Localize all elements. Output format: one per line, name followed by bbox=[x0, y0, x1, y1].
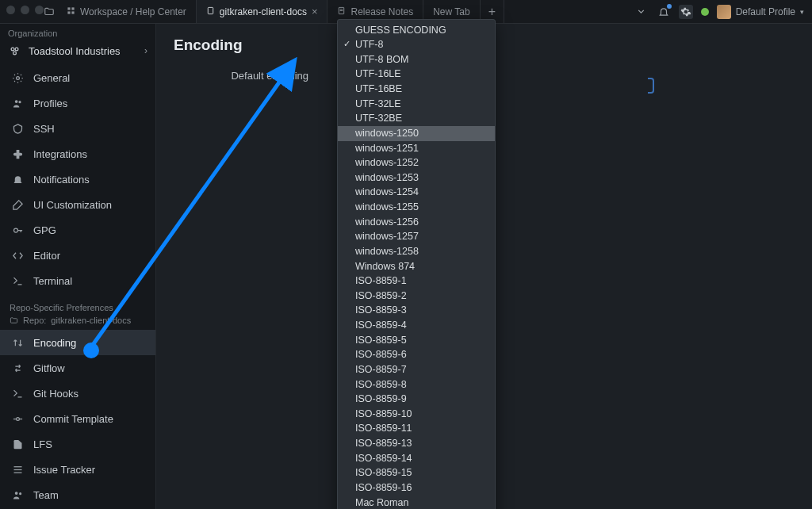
svg-point-9 bbox=[15, 48, 18, 51]
svg-point-11 bbox=[16, 76, 19, 79]
tab-workspace[interactable]: Workspace / Help Center bbox=[57, 0, 197, 23]
encoding-option[interactable]: UTF-8 bbox=[338, 38, 495, 53]
encoding-option[interactable]: ISO-8859-4 bbox=[338, 319, 495, 334]
sidebar-item-label: Encoding bbox=[33, 337, 76, 349]
encoding-option[interactable]: ISO-8859-2 bbox=[338, 289, 495, 304]
ssh-icon bbox=[11, 122, 24, 135]
encoding-option[interactable]: ISO-8859-14 bbox=[338, 451, 495, 466]
sidebar-item-issue-tracker[interactable]: Issue Tracker bbox=[0, 457, 155, 482]
repo-name: gitkraken-client-docs bbox=[51, 316, 131, 325]
encoding-option[interactable]: UTF-8 BOM bbox=[338, 52, 495, 67]
sidebar-item-ssh[interactable]: SSH bbox=[0, 116, 155, 141]
folder-icon[interactable] bbox=[41, 0, 57, 23]
encoding-option[interactable]: Windows 874 bbox=[338, 259, 495, 274]
org-name: Toadstool Industries bbox=[29, 45, 136, 57]
encoding-option[interactable]: ISO-8859-6 bbox=[338, 348, 495, 363]
sidebar-item-terminal[interactable]: Terminal bbox=[0, 268, 155, 293]
close-icon[interactable]: × bbox=[312, 6, 318, 17]
lfs-icon bbox=[11, 438, 24, 450]
close-window-dot[interactable] bbox=[6, 6, 15, 14]
org-selector[interactable]: Toadstool Industries › bbox=[0, 40, 155, 65]
sidebar-item-notifications[interactable]: Notifications bbox=[0, 166, 155, 192]
encoding-option[interactable]: ISO-8859-3 bbox=[338, 304, 495, 319]
repo-prefix: Repo: bbox=[23, 316, 46, 325]
sidebar: Organization Toadstool Industries › Gene… bbox=[0, 24, 156, 509]
encoding-option[interactable]: windows-1250 bbox=[338, 126, 495, 141]
encoding-option[interactable]: ISO-8859-8 bbox=[338, 377, 495, 392]
sidebar-item-editor[interactable]: Editor bbox=[0, 243, 155, 268]
sidebar-item-label: Gitflow bbox=[33, 362, 65, 374]
repo-preferences-header: Repo-Specific Preferences bbox=[0, 293, 155, 316]
encoding-option[interactable]: ISO-8859-1 bbox=[338, 274, 495, 289]
sidebar-item-general[interactable]: General bbox=[0, 65, 155, 90]
team-icon bbox=[11, 488, 24, 501]
default-encoding-label: Default encoding bbox=[174, 68, 308, 82]
sidebar-item-lfs[interactable]: LFS bbox=[0, 431, 155, 457]
encoding-option[interactable]: windows-1255 bbox=[338, 201, 495, 216]
svg-point-12 bbox=[14, 100, 17, 103]
encoding-option[interactable]: ISO-8859-9 bbox=[338, 392, 495, 408]
profile-menu[interactable]: Default Profile ▾ bbox=[717, 5, 804, 19]
bell-icon[interactable] bbox=[657, 5, 671, 19]
svg-rect-1 bbox=[71, 7, 74, 10]
sidebar-item-encoding[interactable]: Encoding bbox=[0, 330, 155, 355]
zoom-window-dot[interactable] bbox=[35, 6, 44, 14]
tab-label: New Tab bbox=[433, 6, 469, 17]
gear-icon[interactable] bbox=[679, 5, 693, 19]
encoding-option[interactable]: Mac Roman bbox=[338, 496, 495, 509]
encoding-option[interactable]: GUESS ENCODING bbox=[338, 23, 495, 38]
encoding-option[interactable]: windows-1256 bbox=[338, 215, 495, 230]
encoding-option[interactable]: windows-1251 bbox=[338, 141, 495, 156]
sidebar-item-integrations[interactable]: Integrations bbox=[0, 141, 155, 166]
org-section-label: Organization bbox=[0, 24, 155, 40]
sidebar-item-git-hooks[interactable]: Git Hooks bbox=[0, 381, 155, 406]
encoding-option[interactable]: ISO-8859-7 bbox=[338, 362, 495, 377]
notifications-icon bbox=[11, 173, 24, 186]
encoding-option[interactable]: UTF-32LE bbox=[338, 97, 495, 112]
sidebar-item-team[interactable]: Team bbox=[0, 482, 155, 507]
org-icon bbox=[8, 44, 21, 57]
tab-label: Release Notes bbox=[350, 6, 413, 17]
avatar bbox=[717, 5, 731, 19]
encoding-option[interactable]: windows-1253 bbox=[338, 170, 495, 186]
encoding-option[interactable]: UTF-16LE bbox=[338, 67, 495, 82]
git-hooks-icon bbox=[11, 387, 24, 400]
svg-point-23 bbox=[14, 492, 17, 495]
sidebar-item-commit-template[interactable]: Commit Template bbox=[0, 406, 155, 431]
grid-icon bbox=[67, 6, 75, 17]
sidebar-item-label: Integrations bbox=[33, 148, 87, 160]
svg-rect-3 bbox=[71, 11, 74, 13]
sidebar-item-label: Git Hooks bbox=[33, 388, 79, 400]
encoding-option[interactable]: ISO-8859-16 bbox=[338, 480, 495, 496]
sidebar-item-label: General bbox=[33, 72, 70, 84]
gitflow-icon bbox=[11, 362, 24, 374]
sidebar-item-ui-customization[interactable]: UI Customization bbox=[0, 192, 155, 217]
encoding-option[interactable]: ISO-8859-5 bbox=[338, 333, 495, 348]
sidebar-item-gpg[interactable]: GPG bbox=[0, 217, 155, 243]
tabbar-right: Default Profile ▾ bbox=[634, 0, 812, 23]
encoding-option[interactable]: ISO-8859-11 bbox=[338, 422, 495, 437]
encoding-dropdown[interactable]: GUESS ENCODINGUTF-8UTF-8 BOMUTF-16LEUTF-… bbox=[337, 19, 496, 509]
encoding-option[interactable]: ISO-8859-10 bbox=[338, 407, 495, 422]
encoding-option[interactable]: windows-1258 bbox=[338, 244, 495, 259]
sidebar-item-label: Editor bbox=[33, 250, 60, 262]
minimize-window-dot[interactable] bbox=[21, 6, 29, 14]
sidebar-item-gitflow[interactable]: Gitflow bbox=[0, 355, 155, 381]
encoding-option[interactable]: windows-1252 bbox=[338, 156, 495, 171]
chevron-down-icon[interactable] bbox=[634, 5, 649, 19]
sidebar-item-label: Commit Template bbox=[33, 413, 113, 425]
tab-label: gitkraken-client-docs bbox=[220, 6, 307, 17]
profiles-icon bbox=[11, 97, 24, 109]
tab-repo-active[interactable]: gitkraken-client-docs × bbox=[197, 0, 328, 23]
notification-dot bbox=[667, 4, 672, 9]
encoding-option[interactable]: windows-1254 bbox=[338, 186, 495, 201]
encoding-option[interactable]: ISO-8859-15 bbox=[338, 466, 495, 481]
sidebar-item-profiles[interactable]: Profiles bbox=[0, 90, 155, 116]
encoding-option[interactable]: ISO-8859-13 bbox=[338, 437, 495, 452]
profile-label: Default Profile bbox=[736, 6, 795, 17]
repo-icon bbox=[206, 6, 215, 17]
issue-tracker-icon bbox=[11, 463, 24, 476]
encoding-option[interactable]: UTF-32BE bbox=[338, 112, 495, 127]
encoding-option[interactable]: UTF-16BE bbox=[338, 82, 495, 98]
encoding-option[interactable]: windows-1257 bbox=[338, 230, 495, 245]
